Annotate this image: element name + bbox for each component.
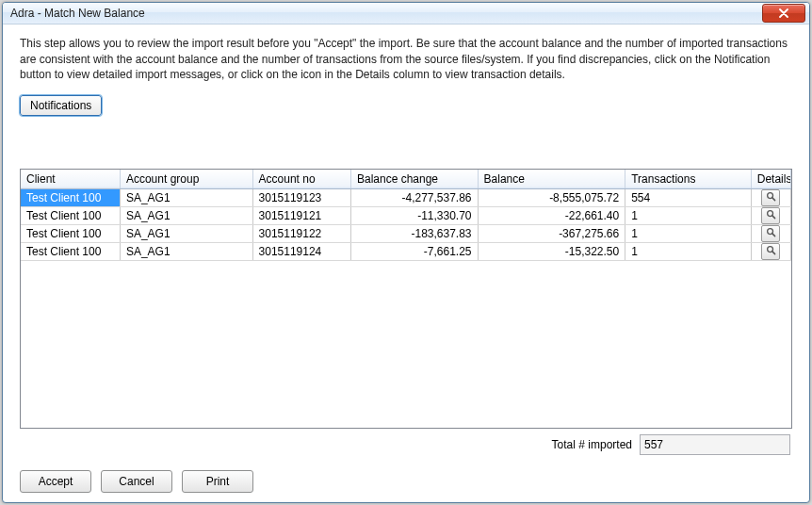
- cell-transactions: 1: [625, 225, 752, 243]
- table-row[interactable]: Test Client 100SA_AG13015119123-4,277,53…: [21, 189, 791, 207]
- cell-balance-change: -7,661.25: [350, 243, 478, 261]
- magnifier-icon: [766, 209, 776, 222]
- table-row[interactable]: Test Client 100SA_AG13015119122-183,637.…: [21, 225, 791, 243]
- cell-balance: -22,661.40: [478, 207, 625, 225]
- cell-account-no: 3015119122: [252, 225, 350, 243]
- cell-client: Test Client 100: [21, 207, 120, 225]
- cell-details: [751, 207, 790, 225]
- svg-line-3: [772, 216, 775, 219]
- cell-balance-change: -11,330.70: [350, 207, 478, 225]
- cell-details: [751, 225, 790, 243]
- total-imported-label: Total # imported: [552, 438, 632, 451]
- details-button[interactable]: [761, 189, 780, 206]
- cell-client: Test Client 100: [21, 243, 120, 261]
- cell-balance-change: -183,637.83: [350, 225, 478, 243]
- close-icon: [779, 8, 788, 18]
- magnifier-icon: [766, 191, 776, 204]
- magnifier-icon: [766, 227, 776, 240]
- accept-button[interactable]: Accept: [20, 470, 91, 493]
- cell-balance: -8,555,075.72: [478, 189, 625, 207]
- cell-account-group: SA_AG1: [120, 243, 252, 261]
- col-header-details[interactable]: Details: [751, 170, 790, 189]
- cell-account-no: 3015119124: [252, 243, 350, 261]
- cell-details: [751, 189, 790, 207]
- col-header-client[interactable]: Client: [21, 170, 120, 189]
- cell-transactions: 1: [625, 243, 752, 261]
- col-header-balance[interactable]: Balance: [478, 170, 625, 189]
- header-row: Client Account group Account no Balance …: [21, 170, 791, 189]
- details-button[interactable]: [761, 207, 780, 224]
- col-header-account-group[interactable]: Account group: [120, 170, 252, 189]
- cell-account-group: SA_AG1: [120, 225, 252, 243]
- cell-account-group: SA_AG1: [120, 189, 252, 207]
- notifications-button[interactable]: Notifications: [20, 95, 102, 116]
- content-area: This step allows you to review the impor…: [3, 24, 809, 502]
- cell-transactions: 554: [625, 189, 752, 207]
- cell-balance: -15,322.50: [478, 243, 625, 261]
- table-row[interactable]: Test Client 100SA_AG13015119124-7,661.25…: [21, 243, 791, 261]
- svg-line-7: [772, 252, 775, 254]
- svg-line-1: [772, 198, 775, 201]
- cell-account-no: 3015119123: [252, 189, 350, 207]
- cell-details: [751, 243, 790, 261]
- button-row: Accept Cancel Print: [20, 470, 792, 493]
- cancel-button[interactable]: Cancel: [101, 470, 172, 493]
- instructions-text: This step allows you to review the impor…: [20, 36, 792, 82]
- col-header-balance-change[interactable]: Balance change: [350, 170, 478, 189]
- col-header-account-no[interactable]: Account no: [252, 170, 350, 189]
- results-grid: Client Account group Account no Balance …: [20, 169, 792, 429]
- titlebar: Adra - Match New Balance: [3, 3, 809, 24]
- footer-row: Total # imported: [20, 434, 792, 455]
- cell-client: Test Client 100: [21, 225, 120, 243]
- col-header-transactions[interactable]: Transactions: [625, 170, 752, 189]
- total-imported-value: [640, 434, 790, 455]
- close-button[interactable]: [762, 4, 805, 23]
- cell-balance-change: -4,277,537.86: [350, 189, 478, 207]
- cell-transactions: 1: [625, 207, 752, 225]
- dialog-window: Adra - Match New Balance This step allow…: [2, 2, 810, 503]
- cell-account-group: SA_AG1: [120, 207, 252, 225]
- details-button[interactable]: [761, 243, 780, 260]
- details-button[interactable]: [761, 225, 780, 242]
- print-button[interactable]: Print: [182, 470, 253, 493]
- cell-client: Test Client 100: [21, 189, 120, 207]
- table-row[interactable]: Test Client 100SA_AG13015119121-11,330.7…: [21, 207, 791, 225]
- cell-account-no: 3015119121: [252, 207, 350, 225]
- magnifier-icon: [766, 245, 776, 258]
- cell-balance: -367,275.66: [478, 225, 625, 243]
- window-title: Adra - Match New Balance: [10, 7, 762, 20]
- svg-line-5: [772, 234, 775, 236]
